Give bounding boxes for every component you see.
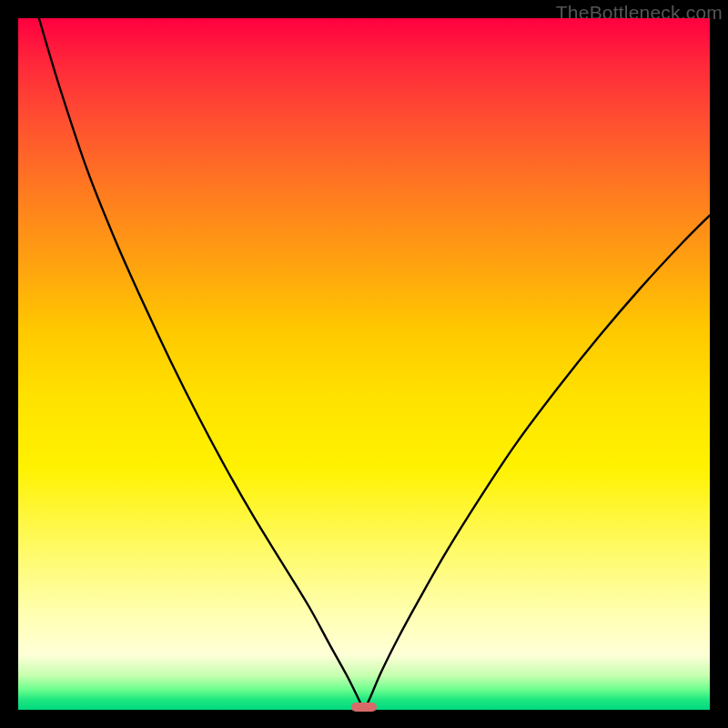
curve-right-branch — [366, 216, 710, 707]
plot-area — [18, 18, 710, 710]
bottleneck-curve — [18, 18, 710, 710]
curve-left-branch — [39, 18, 362, 706]
min-marker — [351, 703, 377, 712]
chart-container: TheBottleneck.com — [0, 0, 728, 728]
